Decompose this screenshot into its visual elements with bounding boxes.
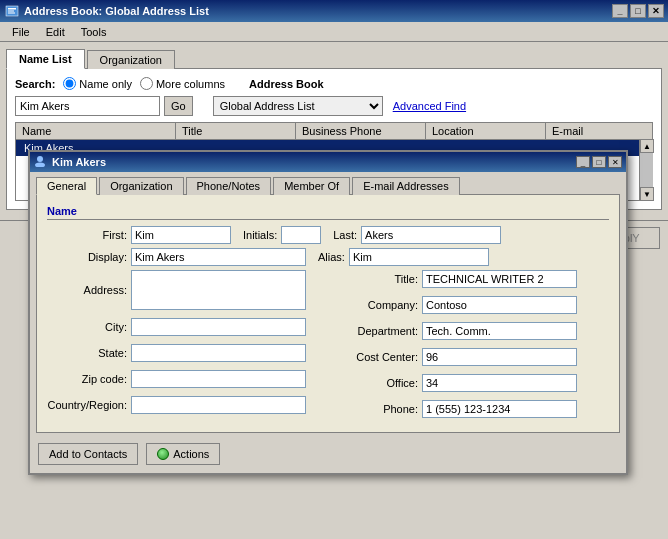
radio-more-columns[interactable]: More columns <box>140 77 225 90</box>
maximize-button[interactable]: □ <box>630 4 646 18</box>
state-row: State: <box>47 344 323 362</box>
department-label: Department: <box>333 325 418 337</box>
company-label: Company: <box>333 299 418 311</box>
scroll-up-arrow[interactable]: ▲ <box>640 139 654 153</box>
col-name: Name <box>16 123 176 139</box>
modal-icon <box>34 155 48 169</box>
modal-minimize-button[interactable]: _ <box>576 156 590 168</box>
svg-rect-3 <box>8 13 15 14</box>
modal-tab-bar: General Organization Phone/Notes Member … <box>30 172 626 194</box>
scroll-down-arrow[interactable]: ▼ <box>640 187 654 201</box>
first-label: First: <box>47 229 127 241</box>
address-book-select[interactable]: Global Address List <box>213 96 383 116</box>
last-input[interactable] <box>361 226 501 244</box>
address-textarea[interactable] <box>131 270 306 310</box>
radio-name-only-input[interactable] <box>63 77 76 90</box>
advanced-find-link[interactable]: Advanced Find <box>393 100 466 112</box>
city-row: City: <box>47 318 323 336</box>
modal-title-buttons: _ □ ✕ <box>576 156 622 168</box>
department-row: Department: <box>333 322 609 340</box>
address-row: Address: <box>47 270 323 310</box>
city-label: City: <box>47 321 127 333</box>
app-icon <box>4 3 20 19</box>
list-header: Name Title Business Phone Location E-mai… <box>15 122 653 139</box>
actions-button[interactable]: Actions <box>146 443 220 465</box>
initials-input[interactable] <box>281 226 321 244</box>
phone-input[interactable] <box>422 400 577 418</box>
modal-title-bar: Kim Akers _ □ ✕ <box>30 152 626 172</box>
title-label: Title: <box>333 273 418 285</box>
add-to-contacts-button[interactable]: Add to Contacts <box>38 443 138 465</box>
search-input[interactable] <box>15 96 160 116</box>
tab-organization[interactable]: Organization <box>99 177 183 195</box>
zip-input[interactable] <box>131 370 306 388</box>
country-row: Country/Region: <box>47 396 323 414</box>
close-button[interactable]: ✕ <box>648 4 664 18</box>
modal-title-text: Kim Akers <box>52 156 576 168</box>
country-label: Country/Region: <box>47 399 127 411</box>
radio-group: Name only More columns <box>63 77 225 90</box>
two-col-form: Address: City: State: Zip code: <box>47 270 609 422</box>
tab-member-of[interactable]: Member Of <box>273 177 350 195</box>
cost-center-input[interactable] <box>422 348 577 366</box>
radio-name-only[interactable]: Name only <box>63 77 132 90</box>
office-label: Office: <box>333 377 418 389</box>
company-row: Company: <box>333 296 609 314</box>
zip-label: Zip code: <box>47 373 127 385</box>
form-section-name: Name <box>47 205 609 220</box>
radio-more-columns-input[interactable] <box>140 77 153 90</box>
office-row: Office: <box>333 374 609 392</box>
tab-email-addresses[interactable]: E-mail Addresses <box>352 177 460 195</box>
title-bar-buttons: _ □ ✕ <box>612 4 664 18</box>
state-label: State: <box>47 347 127 359</box>
svg-rect-2 <box>8 11 14 12</box>
go-button[interactable]: Go <box>164 96 193 116</box>
alias-input[interactable] <box>349 248 489 266</box>
display-input[interactable] <box>131 248 306 266</box>
city-input[interactable] <box>131 318 306 336</box>
title-row: Title: <box>333 270 609 288</box>
department-input[interactable] <box>422 322 577 340</box>
office-input[interactable] <box>422 374 577 392</box>
address-book-label: Address Book <box>249 78 324 90</box>
alias-label: Alias: <box>318 251 345 263</box>
tab-phone-notes[interactable]: Phone/Notes <box>186 177 272 195</box>
col-title: Title <box>176 123 296 139</box>
list-scrollbar[interactable]: ▲ ▼ <box>639 139 653 201</box>
actions-green-icon <box>157 448 169 460</box>
menu-bar: File Edit Tools <box>0 22 668 42</box>
main-tab-bar: Name List Organization <box>6 48 662 68</box>
address-label: Address: <box>47 284 127 296</box>
cost-center-row: Cost Center: <box>333 348 609 366</box>
tab-name-list[interactable]: Name List <box>6 49 85 69</box>
modal-bottom: Add to Contacts Actions <box>30 439 626 473</box>
tab-organization[interactable]: Organization <box>87 50 175 69</box>
col-location: Location <box>426 123 546 139</box>
actions-label: Actions <box>173 448 209 460</box>
display-row: Display: Alias: <box>47 248 609 266</box>
scroll-track <box>640 153 653 187</box>
menu-file[interactable]: File <box>4 24 38 40</box>
display-label: Display: <box>47 251 127 263</box>
title-bar-text: Address Book: Global Address List <box>24 5 612 17</box>
title-input[interactable] <box>422 270 577 288</box>
modal-content: Name First: Initials: Last: Display: Ali… <box>36 194 620 433</box>
menu-edit[interactable]: Edit <box>38 24 73 40</box>
minimize-button[interactable]: _ <box>612 4 628 18</box>
country-input[interactable] <box>131 396 306 414</box>
col-business-phone: Business Phone <box>296 123 426 139</box>
first-input[interactable] <box>131 226 231 244</box>
name-row: First: Initials: Last: <box>47 226 609 244</box>
state-input[interactable] <box>131 344 306 362</box>
phone-row: Phone: <box>333 400 609 418</box>
tab-general[interactable]: General <box>36 177 97 195</box>
company-input[interactable] <box>422 296 577 314</box>
contact-modal: Kim Akers _ □ ✕ General Organization Pho… <box>28 150 628 475</box>
menu-tools[interactable]: Tools <box>73 24 115 40</box>
phone-label: Phone: <box>333 403 418 415</box>
modal-maximize-button[interactable]: □ <box>592 156 606 168</box>
modal-close-button[interactable]: ✕ <box>608 156 622 168</box>
svg-point-4 <box>37 156 43 162</box>
col-email: E-mail <box>546 123 626 139</box>
search-row: Search: Name only More columns Address B… <box>15 77 653 90</box>
